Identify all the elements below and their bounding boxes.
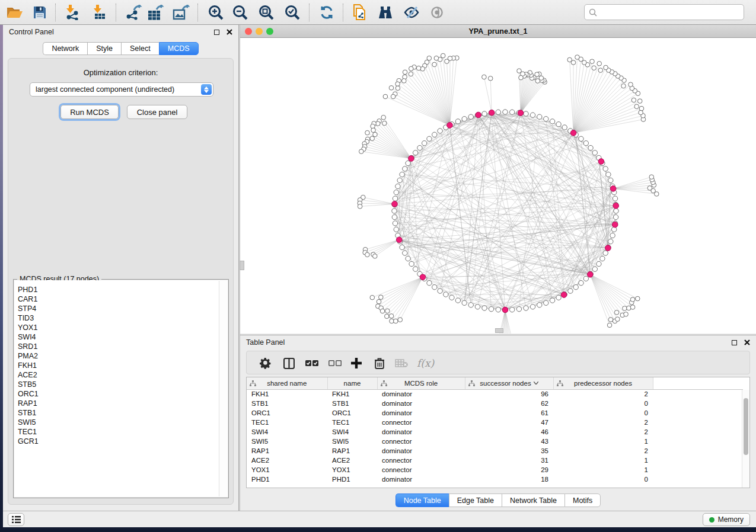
tab-select[interactable]: Select [121, 42, 159, 55]
tab-network-table[interactable]: Network Table [502, 493, 564, 507]
tab-mcds[interactable]: MCDS [159, 42, 199, 55]
table-row[interactable]: YOX1YOX1connector291 [247, 465, 743, 475]
search-box[interactable] [584, 4, 744, 20]
table-row[interactable]: SWI5SWI5connector431 [247, 437, 743, 446]
splitter-handle[interactable] [240, 261, 244, 270]
search-icon [589, 8, 597, 17]
criterion-value: largest connected component (undirected) [36, 85, 174, 94]
table-settings-icon[interactable] [260, 356, 272, 370]
save-icon[interactable] [30, 3, 50, 22]
result-item[interactable]: ORC1 [18, 389, 228, 399]
result-item[interactable]: STB1 [18, 408, 228, 418]
zoom-in-icon[interactable] [206, 3, 226, 22]
export-network-icon[interactable] [123, 3, 143, 22]
result-item[interactable]: STB5 [18, 380, 228, 389]
table-row[interactable]: FKH1FKH1dominator962 [247, 389, 743, 399]
import-network-icon[interactable] [62, 3, 82, 22]
memory-label: Memory [718, 515, 744, 524]
tab-edge-table[interactable]: Edge Table [449, 493, 502, 507]
export-image-icon[interactable] [171, 3, 191, 22]
result-item[interactable]: GCR1 [18, 437, 228, 446]
table-row[interactable]: RAP1RAP1dominator352 [247, 446, 743, 456]
result-item[interactable]: SWI4 [18, 332, 228, 342]
tab-style[interactable]: Style [87, 42, 121, 55]
column-type-icon [381, 380, 387, 386]
deselect-all-columns-icon[interactable] [328, 356, 342, 370]
result-item[interactable]: PHD1 [18, 285, 228, 294]
scrollbar-thumb[interactable] [744, 398, 748, 455]
close-panel-icon[interactable] [227, 29, 232, 35]
column-type-icon [468, 380, 475, 386]
zoom-out-icon[interactable] [230, 3, 250, 22]
tab-network[interactable]: Network [43, 42, 87, 55]
result-item[interactable]: ACE2 [18, 370, 228, 380]
result-item[interactable]: CAR1 [18, 294, 228, 304]
table-panel-title: Table Panel [246, 338, 285, 347]
create-column-icon[interactable] [351, 356, 362, 370]
tab-node-table[interactable]: Node Table [395, 493, 449, 507]
result-item[interactable]: TEC1 [18, 427, 228, 437]
result-item[interactable]: STP4 [18, 304, 228, 313]
col-shared-name[interactable]: shared name [247, 377, 327, 389]
optimization-criterion-label: Optimization criterion: [8, 68, 233, 77]
network-window-titlebar[interactable]: YPA_prune.txt_1 [240, 25, 756, 38]
control-panel-title: Control Panel [9, 28, 54, 36]
float-panel-icon[interactable] [732, 340, 737, 345]
export-table-icon[interactable] [145, 3, 165, 22]
zoom-selected-icon[interactable] [282, 3, 302, 22]
close-panel-button[interactable]: Close panel [127, 105, 187, 119]
task-history-button[interactable] [8, 513, 24, 526]
table-toolbar: f(x) [246, 351, 750, 374]
status-bar: Memory [3, 511, 756, 527]
table-scrollbar[interactable] [742, 390, 749, 488]
import-table-icon[interactable] [89, 3, 109, 22]
select-all-columns-icon[interactable] [305, 356, 318, 370]
main-toolbar [0, 0, 756, 25]
hide-selected-icon[interactable] [401, 3, 422, 22]
column-type-icon [250, 380, 256, 386]
result-item[interactable]: TID3 [18, 313, 228, 323]
column-type-icon [557, 380, 563, 386]
close-panel-icon[interactable] [744, 339, 750, 345]
delete-column-icon[interactable] [375, 356, 384, 370]
table-row[interactable]: ACE2ACE2connector311 [247, 456, 743, 465]
mcds-result-group: MCDS result (17 nodes) PHD1 CAR1 STP4 TI… [13, 279, 229, 498]
result-item[interactable]: SRD1 [18, 342, 228, 351]
col-successor-nodes[interactable]: successor nodes [465, 377, 553, 389]
list-icon [12, 516, 21, 523]
open-folder-icon[interactable] [5, 3, 25, 22]
col-name[interactable]: name [327, 377, 377, 389]
run-mcds-button[interactable]: Run MCDS [60, 105, 119, 119]
memory-button[interactable]: Memory [703, 513, 750, 526]
refresh-icon[interactable] [317, 3, 337, 22]
table-row[interactable]: TEC1TEC1connector472 [247, 418, 743, 427]
table-row[interactable]: STB1STB1dominator620 [247, 399, 743, 408]
result-item[interactable]: YOX1 [18, 323, 228, 332]
result-scrollbar[interactable] [219, 281, 227, 496]
table-row[interactable]: ORC1ORC1dominator610 [247, 408, 743, 418]
col-predecessor-nodes[interactable]: predecessor nodes [553, 377, 653, 389]
node-table: shared name name MCDS role successor nod… [246, 377, 750, 488]
criterion-dropdown[interactable]: largest connected component (undirected) [30, 82, 213, 97]
network-view-window: YPA_prune.txt_1 [240, 25, 756, 334]
table-row[interactable]: SWI4SWI4dominator462 [247, 427, 743, 437]
result-item[interactable]: RAP1 [18, 399, 228, 408]
result-item[interactable]: FKH1 [18, 361, 228, 370]
float-panel-icon[interactable] [214, 30, 219, 35]
tab-motifs[interactable]: Motifs [564, 493, 601, 507]
binoculars-icon[interactable] [375, 3, 395, 22]
show-column-panel-icon[interactable] [283, 356, 295, 370]
mcds-result-list[interactable]: PHD1 CAR1 STP4 TID3 YOX1 SWI4 SRD1 PMA2 … [14, 280, 228, 497]
search-input[interactable] [597, 8, 744, 17]
col-mcds-role[interactable]: MCDS role [377, 377, 465, 389]
result-item[interactable]: PMA2 [18, 351, 228, 361]
zoom-fit-icon[interactable] [256, 3, 276, 22]
network-graph-canvas[interactable] [240, 38, 756, 334]
table-panel: Table Panel [240, 335, 756, 511]
table-row[interactable]: PHD1PHD1dominator180 [247, 475, 743, 484]
show-all-icon[interactable] [427, 3, 447, 22]
splitter-handle[interactable] [495, 328, 503, 333]
copy-network-icon[interactable] [350, 3, 370, 22]
graph-edges [360, 56, 657, 334]
result-item[interactable]: SWI5 [18, 418, 228, 427]
